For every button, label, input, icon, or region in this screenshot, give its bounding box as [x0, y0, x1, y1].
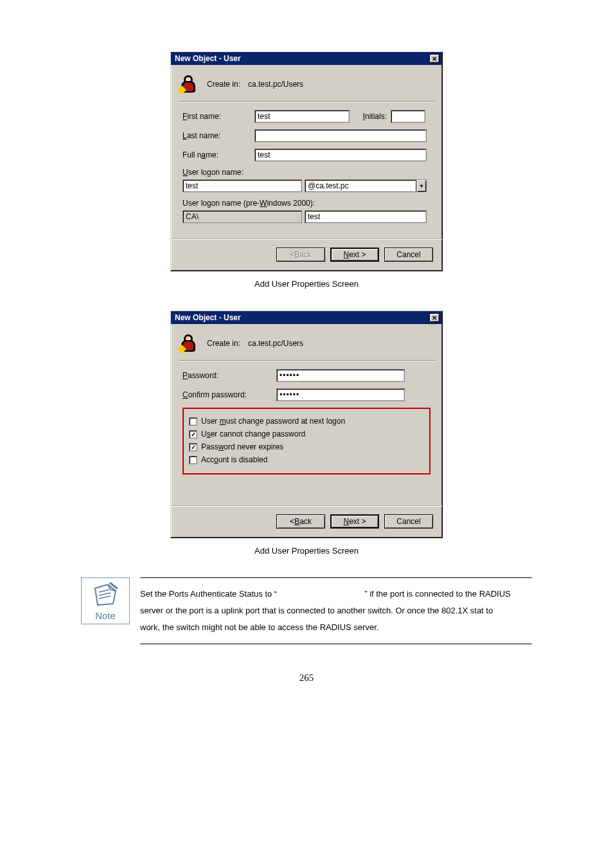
account-disabled-checkbox[interactable]: [189, 456, 197, 464]
password-never-expires-checkbox[interactable]: ✓: [189, 443, 197, 451]
back-button[interactable]: < Back: [276, 248, 325, 262]
notepad-icon: [91, 582, 120, 608]
create-in-label-1: Create in:: [207, 80, 240, 89]
create-in-label-2: Create in:: [207, 339, 240, 348]
user-head-icon: [179, 333, 199, 354]
account-disabled-label: Account is disabled: [201, 455, 267, 464]
password-never-expires-label: Password never expires: [201, 442, 283, 451]
titlebar-1: New Object - User ✕: [171, 52, 442, 65]
page-number: 265: [51, 673, 562, 683]
new-user-dialog-2: New Object - User ✕ Create in: ca.test.p…: [170, 311, 443, 538]
create-in-path-1: ca.test.pc/Users: [248, 80, 303, 89]
next-button[interactable]: Next >: [330, 514, 379, 529]
dialog-title-1: New Object - User: [175, 54, 241, 63]
logon-name-label: User logon name:: [182, 168, 244, 177]
logon-name-input[interactable]: [182, 179, 302, 192]
prewin-domain-field: CA\: [182, 210, 302, 223]
dialog-title-2: New Object - User: [175, 313, 241, 322]
cannot-change-password-label: User cannot change password: [201, 429, 305, 439]
prewin-label: User logon name (pre-Windows 2000):: [182, 199, 315, 208]
titlebar-2: New Object - User ✕: [171, 311, 442, 324]
user-head-icon: [179, 74, 199, 95]
close-icon[interactable]: ✕: [429, 54, 440, 63]
confirm-password-input[interactable]: ••••••: [276, 388, 405, 401]
initials-input[interactable]: [391, 110, 425, 123]
note-icon-label: Note: [84, 610, 127, 621]
cannot-change-password-checkbox[interactable]: ✓: [189, 430, 197, 439]
chevron-down-icon[interactable]: ▼: [416, 179, 427, 192]
cancel-button[interactable]: Cancel: [384, 514, 433, 529]
full-name-input[interactable]: [254, 149, 427, 161]
must-change-password-label: User must change password at next logon: [201, 417, 345, 426]
password-label: Password:: [182, 371, 272, 380]
figure-caption-2: Add User Properties Screen: [51, 546, 562, 556]
full-name-label: Full name:: [182, 150, 251, 159]
new-user-dialog-1: New Object - User ✕ Create in: ca.test.p…: [170, 51, 443, 271]
create-in-path-2: ca.test.pc/Users: [248, 339, 303, 348]
prewin-username-input[interactable]: [305, 210, 427, 223]
last-name-label: Last name:: [182, 131, 251, 140]
cancel-button[interactable]: Cancel: [384, 248, 433, 262]
close-icon[interactable]: ✕: [429, 313, 440, 322]
back-button[interactable]: < Back: [276, 514, 325, 529]
first-name-input[interactable]: [254, 110, 350, 123]
note-icon-card: Note: [81, 577, 130, 624]
logon-domain-select[interactable]: @ca.test.pc ▼: [305, 179, 427, 192]
figure-caption-1: Add User Properties Screen: [51, 279, 562, 289]
note-text: Set the Ports Authenticate Status to “ ”…: [140, 577, 532, 644]
logon-domain-value: @ca.test.pc: [305, 179, 416, 192]
initials-label: Initials:: [353, 112, 387, 121]
last-name-input[interactable]: [254, 129, 427, 142]
confirm-password-label: Confirm password:: [182, 390, 272, 399]
options-highlight-box: User must change password at next logon …: [182, 408, 431, 475]
first-name-label: First name:: [182, 112, 251, 121]
next-button[interactable]: Next >: [330, 248, 379, 262]
must-change-password-checkbox[interactable]: [189, 417, 197, 426]
note-block: Note Set the Ports Authenticate Status t…: [81, 577, 532, 644]
password-input[interactable]: ••••••: [276, 369, 405, 382]
